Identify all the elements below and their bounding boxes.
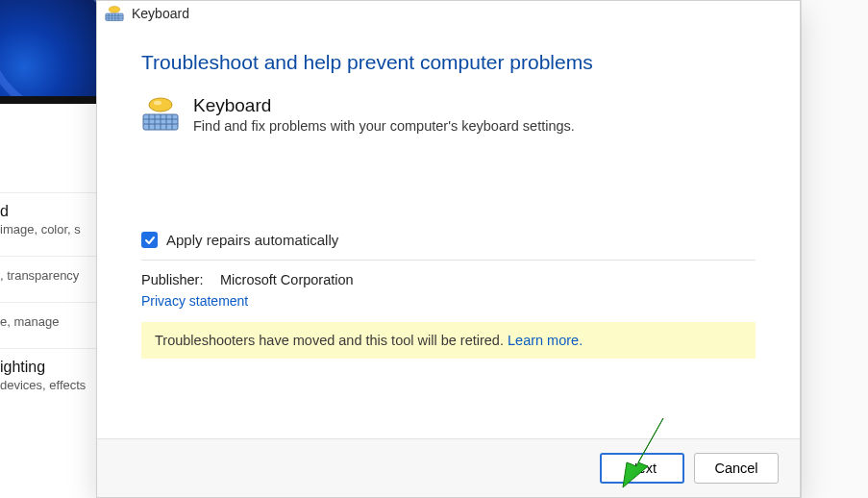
keyboard-icon bbox=[141, 95, 180, 134]
cancel-button[interactable]: Cancel bbox=[694, 453, 779, 484]
troubleshooter-dialog: Keyboard Troubleshoot and help prevent c… bbox=[96, 0, 801, 498]
auto-repair-checkbox[interactable] bbox=[141, 232, 158, 248]
banner-text: Troubleshooters have moved and this tool… bbox=[155, 333, 508, 348]
publisher-label: Publisher: bbox=[141, 272, 216, 287]
retirement-banner: Troubleshooters have moved and this tool… bbox=[141, 322, 756, 359]
svg-point-8 bbox=[149, 98, 172, 112]
dialog-title: Keyboard bbox=[132, 6, 189, 21]
topic-description: Find and fix problems with your computer… bbox=[193, 118, 575, 134]
auto-repair-label: Apply repairs automatically bbox=[166, 232, 338, 248]
svg-point-9 bbox=[154, 101, 161, 105]
learn-more-link[interactable]: Learn more. bbox=[508, 333, 583, 348]
next-button-rest: ext bbox=[638, 461, 657, 476]
publisher-value: Microsoft Corporation bbox=[220, 272, 354, 287]
keyboard-icon bbox=[105, 5, 124, 22]
next-button[interactable]: Next bbox=[600, 453, 684, 484]
dialog-titlebar: Keyboard bbox=[97, 1, 800, 26]
page-heading: Troubleshoot and help prevent computer p… bbox=[141, 51, 756, 74]
topic-title: Keyboard bbox=[193, 95, 575, 116]
svg-point-0 bbox=[109, 7, 120, 13]
dialog-content: Troubleshoot and help prevent computer p… bbox=[97, 26, 800, 438]
next-accelerator: N bbox=[628, 461, 637, 476]
dialog-footer: Next Cancel bbox=[97, 438, 800, 497]
publisher-row: Publisher: Microsoft Corporation bbox=[141, 261, 756, 293]
auto-repair-option[interactable]: Apply repairs automatically bbox=[141, 230, 756, 260]
svg-rect-1 bbox=[106, 13, 123, 21]
wallpaper-underline bbox=[0, 96, 96, 104]
settings-right-gutter bbox=[801, 0, 868, 498]
troubleshooter-topic: Keyboard Find and fix problems with your… bbox=[141, 95, 756, 134]
desktop-wallpaper-thumb bbox=[0, 0, 96, 96]
privacy-statement-link[interactable]: Privacy statement bbox=[141, 293, 248, 309]
